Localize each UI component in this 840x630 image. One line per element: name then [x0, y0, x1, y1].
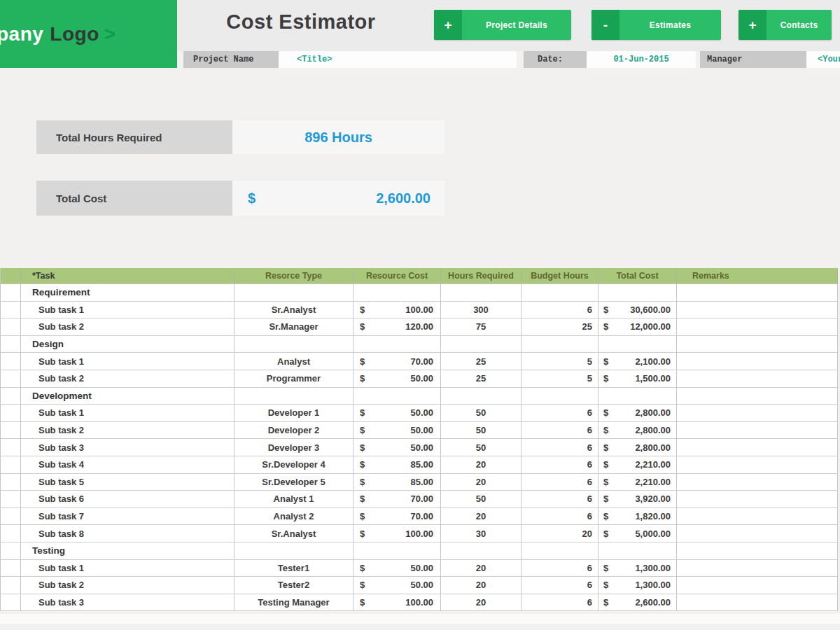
row-margin-cell[interactable] [0, 456, 21, 474]
cell-budget-hours[interactable]: 6 [522, 439, 598, 456]
row-margin-cell[interactable] [0, 439, 21, 456]
cell-task[interactable]: Sub task 3 [21, 439, 234, 456]
cell-remarks[interactable] [677, 318, 838, 336]
cell-task[interactable]: Development [21, 388, 234, 405]
cell-resource-type[interactable]: Analyst [234, 353, 354, 370]
cell-resource-cost[interactable]: $50.00 [354, 405, 441, 422]
cell-resource-type[interactable]: Sr.Developer 5 [234, 474, 354, 491]
cell-task[interactable]: Design [21, 336, 234, 354]
cell-hours-required[interactable]: 50 [441, 439, 522, 456]
cell-hours-required[interactable]: 20 [441, 474, 522, 491]
row-margin-cell[interactable] [0, 491, 21, 508]
cell-remarks[interactable] [677, 491, 838, 508]
cell-resource-cost[interactable]: $100.00 [354, 594, 441, 612]
cell-hours-required[interactable]: 50 [441, 491, 522, 508]
cell-budget-hours[interactable]: 25 [522, 318, 598, 336]
cell-total-cost[interactable]: $1,820.00 [598, 508, 677, 526]
cell-remarks[interactable] [677, 388, 838, 405]
cell-resource-cost[interactable]: $85.00 [354, 474, 441, 491]
cell-total-cost[interactable]: $2,210.00 [598, 456, 677, 474]
cell-remarks[interactable] [677, 577, 838, 594]
cell-resource-type[interactable]: Analyst 2 [234, 508, 354, 526]
cell-remarks[interactable] [677, 456, 838, 474]
cell-budget-hours[interactable]: 5 [522, 370, 598, 388]
row-margin-cell[interactable] [0, 405, 21, 422]
cell-budget-hours[interactable]: 6 [522, 491, 598, 508]
cell-hours-required[interactable] [441, 388, 522, 405]
row-margin-cell[interactable] [0, 336, 21, 354]
row-margin-cell[interactable] [0, 388, 21, 405]
cell-hours-required[interactable]: 50 [441, 422, 522, 440]
row-margin-cell[interactable] [0, 577, 21, 594]
cell-total-cost[interactable] [598, 542, 677, 560]
cell-hours-required[interactable]: 20 [441, 560, 522, 578]
cell-resource-type[interactable] [234, 542, 354, 560]
cell-budget-hours[interactable] [522, 542, 598, 560]
cell-remarks[interactable] [677, 474, 838, 491]
cell-resource-cost[interactable]: $50.00 [354, 370, 441, 388]
row-margin-cell[interactable] [0, 353, 21, 370]
cell-remarks[interactable] [677, 353, 838, 370]
cell-budget-hours[interactable]: 6 [522, 577, 598, 594]
cell-task[interactable]: Testing [21, 542, 234, 560]
cell-resource-cost[interactable] [354, 388, 441, 405]
cell-task[interactable]: Sub task 1 [21, 560, 234, 578]
cell-task[interactable]: Sub task 2 [21, 422, 234, 440]
estimates-button[interactable]: - Estimates [592, 10, 721, 40]
cell-task[interactable]: Sub task 2 [21, 318, 234, 336]
cell-budget-hours[interactable]: 6 [522, 560, 598, 578]
cell-hours-required[interactable]: 20 [441, 456, 522, 474]
cell-task[interactable]: Sub task 8 [21, 525, 234, 542]
cell-hours-required[interactable]: 25 [441, 353, 522, 370]
row-margin-cell[interactable] [0, 422, 21, 440]
cell-hours-required[interactable]: 300 [441, 302, 522, 319]
row-margin-cell[interactable] [0, 318, 21, 336]
cell-task[interactable]: Sub task 7 [21, 508, 234, 526]
row-margin-cell[interactable] [0, 474, 21, 491]
cell-task[interactable]: Sub task 6 [21, 491, 234, 508]
cell-remarks[interactable] [677, 508, 838, 526]
cell-total-cost[interactable]: $1,500.00 [598, 370, 677, 388]
cell-resource-type[interactable]: Testing Manager [234, 594, 354, 612]
cell-budget-hours[interactable]: 5 [522, 353, 598, 370]
cell-budget-hours[interactable] [522, 336, 598, 354]
row-margin-cell[interactable] [0, 542, 21, 560]
cell-remarks[interactable] [677, 302, 838, 319]
cell-resource-cost[interactable]: $70.00 [354, 508, 441, 526]
cell-hours-required[interactable]: 20 [441, 594, 522, 612]
row-margin-cell[interactable] [0, 594, 21, 612]
row-margin-cell[interactable] [0, 302, 21, 319]
cell-remarks[interactable] [677, 560, 838, 578]
cell-budget-hours[interactable]: 6 [522, 594, 598, 612]
cell-task[interactable]: Sub task 5 [21, 474, 234, 491]
cell-total-cost[interactable]: $2,100.00 [598, 353, 677, 370]
cell-hours-required[interactable]: 20 [441, 577, 522, 594]
cell-resource-type[interactable] [234, 284, 354, 302]
cell-remarks[interactable] [677, 422, 838, 440]
cell-hours-required[interactable]: 30 [441, 525, 522, 542]
cell-budget-hours[interactable]: 6 [522, 508, 598, 526]
cell-total-cost[interactable]: $1,300.00 [598, 560, 677, 578]
cell-resource-type[interactable]: Sr.Developer 4 [234, 456, 354, 474]
cell-resource-type[interactable] [234, 388, 354, 405]
cell-budget-hours[interactable]: 6 [522, 456, 598, 474]
cell-remarks[interactable] [677, 594, 838, 612]
cell-remarks[interactable] [677, 525, 838, 542]
cell-resource-cost[interactable]: $120.00 [354, 318, 441, 336]
cell-task[interactable]: Sub task 1 [21, 353, 234, 370]
cell-task[interactable]: Sub task 2 [21, 577, 234, 594]
cell-resource-cost[interactable]: $70.00 [354, 353, 441, 370]
cell-remarks[interactable] [677, 439, 838, 456]
cell-budget-hours[interactable]: 6 [522, 405, 598, 422]
cell-total-cost[interactable]: $5,000.00 [598, 525, 677, 542]
cell-resource-cost[interactable]: $100.00 [354, 525, 441, 542]
cell-total-cost[interactable]: $3,920.00 [598, 491, 677, 508]
cell-resource-cost[interactable]: $50.00 [354, 439, 441, 456]
cell-hours-required[interactable] [441, 542, 522, 560]
cell-resource-type[interactable]: Developer 1 [234, 405, 354, 422]
cell-remarks[interactable] [677, 370, 838, 388]
cell-resource-cost[interactable]: $100.00 [354, 302, 441, 319]
cell-hours-required[interactable] [441, 336, 522, 354]
cell-total-cost[interactable]: $1,300.00 [598, 577, 677, 594]
cell-resource-cost[interactable]: $50.00 [354, 577, 441, 594]
